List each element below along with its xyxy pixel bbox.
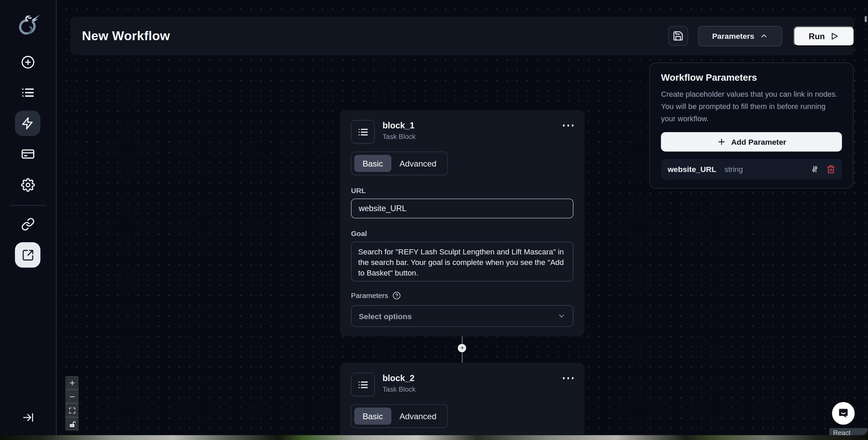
zap-icon xyxy=(21,117,34,130)
url-label: URL xyxy=(351,186,573,194)
sidebar-item-tasks[interactable] xyxy=(0,85,56,99)
sidebar-item-settings[interactable] xyxy=(0,177,56,192)
zoom-in-button[interactable] xyxy=(65,376,79,390)
block-tabs: Basic Advanced xyxy=(351,152,448,175)
sliders-icon[interactable] xyxy=(810,165,819,174)
minus-icon xyxy=(69,393,76,400)
canvas-zoom-controls xyxy=(65,376,79,431)
tab-basic[interactable]: Basic xyxy=(354,408,391,425)
save-button[interactable] xyxy=(668,26,688,46)
chevron-up-icon xyxy=(759,32,768,41)
select-placeholder: Select options xyxy=(359,312,411,320)
trash-icon[interactable] xyxy=(826,165,835,174)
scrollbar-thumb[interactable] xyxy=(865,16,867,22)
task-block-icon-box xyxy=(351,120,375,144)
dragon-logo-icon xyxy=(15,12,41,36)
block-menu-button[interactable] xyxy=(563,373,573,379)
play-icon xyxy=(830,31,839,41)
external-link-icon xyxy=(21,249,34,261)
tab-advanced[interactable]: Advanced xyxy=(391,155,445,172)
workflow-header: New Workflow Parameters Run xyxy=(70,17,854,56)
app-root: New Workflow Parameters Run xyxy=(0,0,868,440)
zoom-out-button[interactable] xyxy=(65,390,79,404)
add-parameter-label: Add Parameter xyxy=(731,137,786,146)
parameters-toggle-button[interactable]: Parameters xyxy=(698,26,782,46)
parameters-select[interactable]: Select options xyxy=(351,305,573,327)
sidebar-item-open-external[interactable] xyxy=(15,242,41,268)
fit-view-icon xyxy=(69,407,76,414)
block-title: block_1 xyxy=(383,121,416,130)
block-menu-button[interactable] xyxy=(563,120,573,126)
list-icon xyxy=(21,85,35,99)
sidebar xyxy=(0,0,57,435)
sidebar-item-integrations[interactable] xyxy=(0,217,56,231)
run-button[interactable]: Run xyxy=(793,26,855,46)
block-header: block_2 Task Block xyxy=(351,373,573,396)
arrow-right-to-line-icon xyxy=(22,411,34,424)
gear-icon xyxy=(21,178,35,192)
app-window: New Workflow Parameters Run xyxy=(0,0,868,435)
add-parameter-button[interactable]: Add Parameter xyxy=(661,132,842,152)
panel-description: Create placeholder values that you can l… xyxy=(661,89,842,125)
block-title: block_2 xyxy=(383,373,416,383)
task-block-icon-box xyxy=(351,373,375,396)
parameter-actions xyxy=(810,165,835,174)
link-icon xyxy=(21,217,35,231)
block-header: block_1 Task Block xyxy=(351,120,573,144)
chevron-down-icon xyxy=(557,312,566,320)
lock-open-icon xyxy=(69,421,76,428)
save-icon xyxy=(673,30,684,41)
block-titles: block_1 Task Block xyxy=(383,120,416,140)
goal-textarea[interactable]: Search for "REFY Lash Sculpt Lengthen an… xyxy=(351,242,573,282)
chat-widget-button[interactable] xyxy=(832,402,855,425)
help-circle-icon[interactable] xyxy=(393,292,401,300)
parameter-row[interactable]: website_URL string xyxy=(661,159,842,180)
sidebar-item-create[interactable] xyxy=(0,55,56,69)
workflow-canvas[interactable]: New Workflow Parameters Run xyxy=(57,0,868,435)
block-type-label: Task Block xyxy=(383,133,416,141)
panel-title: Workflow Parameters xyxy=(661,73,842,83)
parameter-name: website_URL xyxy=(668,165,716,174)
skyvern-logo[interactable] xyxy=(0,7,56,42)
parameters-field-label-row: Parameters xyxy=(351,292,573,300)
parameter-type: string xyxy=(724,165,743,173)
block-type-label: Task Block xyxy=(383,386,416,393)
run-button-label: Run xyxy=(809,31,825,41)
sidebar-divider xyxy=(10,205,47,206)
plus-icon xyxy=(69,379,76,386)
list-icon xyxy=(357,126,368,137)
sidebar-item-billing[interactable] xyxy=(0,146,56,161)
add-block-button[interactable] xyxy=(458,344,466,352)
plus-circle-icon xyxy=(21,55,35,69)
chat-bubble-icon xyxy=(837,407,850,420)
task-block-card-1[interactable]: block_1 Task Block Basic Advanced URL Go… xyxy=(340,110,585,336)
page-title: New Workflow xyxy=(82,29,170,44)
list-icon xyxy=(357,379,368,390)
fit-view-button[interactable] xyxy=(65,404,79,418)
plus-icon xyxy=(459,345,465,350)
lock-button[interactable] xyxy=(65,418,79,431)
sidebar-collapse-toggle[interactable] xyxy=(0,411,56,424)
block-titles: block_2 Task Block xyxy=(383,373,416,393)
parameters-field-label: Parameters xyxy=(351,292,388,300)
url-input[interactable] xyxy=(351,199,573,218)
react-flow-attribution[interactable]: React Flow xyxy=(829,428,868,435)
parameters-button-label: Parameters xyxy=(712,32,754,41)
credit-card-icon xyxy=(21,147,35,161)
goal-label: Goal xyxy=(351,230,573,238)
tab-basic[interactable]: Basic xyxy=(354,155,391,172)
plus-icon xyxy=(717,137,726,147)
task-block-card-2[interactable]: block_2 Task Block Basic Advanced xyxy=(340,363,585,435)
sidebar-item-workflows[interactable] xyxy=(15,111,41,136)
block-tabs: Basic Advanced xyxy=(351,404,448,428)
tab-advanced[interactable]: Advanced xyxy=(391,408,445,425)
workflow-parameters-panel: Workflow Parameters Create placeholder v… xyxy=(649,62,854,188)
